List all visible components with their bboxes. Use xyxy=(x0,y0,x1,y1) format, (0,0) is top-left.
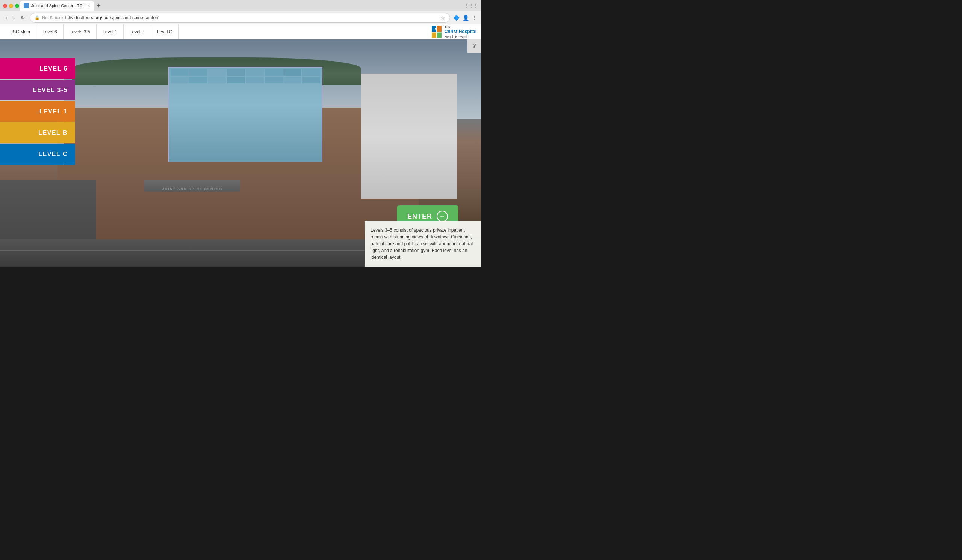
glass-cell xyxy=(265,77,282,84)
info-box-text: Levels 3–5 consist of spacious private i… xyxy=(371,227,475,261)
glass-cell xyxy=(227,77,245,84)
tab-bar: Joint and Spine Center - TCH × + ⋮⋮⋮ xyxy=(0,0,481,11)
security-lock-icon: 🔒 xyxy=(35,15,40,20)
not-secure-label: Not Secure xyxy=(42,15,63,20)
glass-cell xyxy=(208,69,226,76)
level-buttons-panel: LEVEL 6 LEVEL 3-5 LEVEL 1 LEVEL B LEVEL … xyxy=(0,58,75,164)
nav-tab-level-b[interactable]: Level B xyxy=(124,24,151,39)
glass-cell xyxy=(246,69,264,76)
glass-cell xyxy=(302,77,320,84)
glass-cell xyxy=(302,69,320,76)
nav-tab-level-c[interactable]: Level C xyxy=(151,24,179,39)
glass-cell xyxy=(189,69,207,76)
svg-rect-1 xyxy=(437,26,442,32)
nav-tab-level-6[interactable]: Level 6 xyxy=(36,24,63,39)
glass-cell xyxy=(283,69,301,76)
bookmark-icon[interactable]: ☆ xyxy=(441,14,445,21)
close-traffic-light[interactable] xyxy=(3,4,7,8)
tab-close-button[interactable]: × xyxy=(87,3,90,8)
glass-cell xyxy=(171,69,189,76)
browser-chrome: Joint and Spine Center - TCH × + ⋮⋮⋮ ‹ ›… xyxy=(0,0,481,24)
level-1-button[interactable]: LEVEL 1 xyxy=(0,101,75,122)
glass-cell xyxy=(171,77,189,84)
glass-cell xyxy=(227,69,245,76)
minimize-traffic-light[interactable] xyxy=(9,4,13,8)
more-options-icon[interactable]: ⋮ xyxy=(472,14,477,21)
nav-tab-level-1[interactable]: Level 1 xyxy=(97,24,124,39)
glass-cell xyxy=(208,77,226,84)
glass-cell xyxy=(283,77,301,84)
address-bar[interactable]: 🔒 Not Secure tchvirtualtours.org/tours/j… xyxy=(30,13,450,23)
site-nav-tabs: JSC Main Level 6 Levels 3-5 Level 1 Leve… xyxy=(5,24,476,39)
glass-cell xyxy=(189,77,207,84)
site-navigation: JSC Main Level 6 Levels 3-5 Level 1 Leve… xyxy=(0,24,481,39)
svg-rect-3 xyxy=(437,33,442,38)
address-bar-row: ‹ › ↻ 🔒 Not Secure tchvirtualtours.org/t… xyxy=(0,11,481,24)
browser-zoom-icon: ⋮⋮⋮ xyxy=(465,3,478,8)
enter-arrow-icon: → xyxy=(437,211,448,222)
level-c-button[interactable]: LEVEL C xyxy=(0,144,75,164)
profile-icon[interactable]: 👤 xyxy=(463,14,469,21)
browser-right-icons: 🔷 👤 ⋮ xyxy=(453,14,477,21)
christ-hospital-logo-icon xyxy=(431,25,442,39)
building-name-sign: JOINT AND SPINE CENTER xyxy=(144,187,240,191)
extensions-icon[interactable]: 🔷 xyxy=(453,14,460,21)
info-box: Levels 3–5 consist of spacious private i… xyxy=(365,221,481,267)
svg-rect-4 xyxy=(435,28,436,30)
glass-facade xyxy=(168,67,323,162)
fullscreen-traffic-light[interactable] xyxy=(15,4,19,8)
glass-grid xyxy=(169,68,322,161)
logo-text: The Christ Hospital Health Network xyxy=(445,24,476,39)
address-bar-icons: ☆ xyxy=(441,14,445,21)
level-35-button[interactable]: LEVEL 3-5 xyxy=(0,80,75,100)
main-content: JOINT AND SPINE CENTER ? LEVEL 6 LEVEL 3… xyxy=(0,39,481,267)
tab-title: Joint and Spine Center - TCH xyxy=(31,3,85,8)
page-wrapper: Joint and Spine Center - TCH × + ⋮⋮⋮ ‹ ›… xyxy=(0,0,481,267)
nav-tab-jsc-main[interactable]: JSC Main xyxy=(5,24,36,39)
back-button[interactable]: ‹ xyxy=(4,14,9,21)
tab-favicon xyxy=(24,3,29,8)
traffic-lights xyxy=(3,4,19,8)
browser-tab[interactable]: Joint and Spine Center - TCH × xyxy=(20,1,94,11)
adjacent-building xyxy=(361,74,457,199)
svg-rect-2 xyxy=(432,33,436,38)
parked-cars xyxy=(0,188,96,240)
level-6-button[interactable]: LEVEL 6 xyxy=(0,58,75,79)
nav-tab-levels-3-5[interactable]: Levels 3-5 xyxy=(63,24,97,39)
glass-cell xyxy=(265,69,282,76)
forward-button[interactable]: › xyxy=(12,14,16,21)
help-button[interactable]: ? xyxy=(468,39,481,53)
new-tab-button[interactable]: + xyxy=(95,2,103,9)
url-text: tchvirtualtours.org/tours/joint-and-spin… xyxy=(65,15,438,20)
refresh-button[interactable]: ↻ xyxy=(19,14,27,21)
site-logo: The Christ Hospital Health Network xyxy=(431,24,476,39)
level-b-button[interactable]: LEVEL B xyxy=(0,122,75,143)
glass-cell xyxy=(246,77,264,84)
